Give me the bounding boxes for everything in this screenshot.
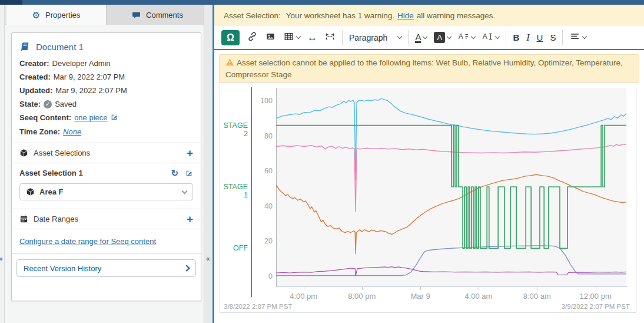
field-value: Saved bbox=[55, 100, 77, 109]
stage-axis bbox=[251, 87, 252, 297]
date-ranges-header: Date Ranges + bbox=[12, 209, 201, 229]
trend-chart[interactable]: STAGE 2STAGE 1OFF1008060402004:00 pm8:00… bbox=[220, 83, 636, 313]
seeq-content-link[interactable]: one piece bbox=[74, 113, 107, 123]
background-color-icon: A bbox=[434, 32, 445, 43]
tab-properties[interactable]: ⚙ Properties bbox=[6, 5, 107, 25]
full-width-button[interactable]: ↔ bbox=[304, 29, 321, 46]
y-axis-tick-label: 100 bbox=[250, 97, 273, 105]
tab-properties-label: Properties bbox=[45, 11, 80, 19]
x-axis-line bbox=[276, 286, 627, 287]
top-app-bar bbox=[0, 0, 644, 5]
banner-prefix: Asset Selection: bbox=[224, 11, 281, 20]
alert-text: Asset selection cannot be applied to the… bbox=[225, 58, 623, 79]
calendar-icon bbox=[19, 215, 28, 223]
trend-plot-svg bbox=[276, 88, 626, 286]
svg-text:A: A bbox=[483, 32, 488, 41]
chevron-down-icon bbox=[495, 34, 500, 39]
background-color-button[interactable]: A bbox=[430, 29, 454, 45]
x-axis-tick-label: 12:00 pm bbox=[572, 292, 619, 301]
warning-banner: Asset Selection: Your worksheet has 1 wa… bbox=[214, 5, 644, 26]
time-zone-link[interactable]: None bbox=[63, 127, 81, 137]
x-axis-tick-label: 4:00 am bbox=[455, 292, 502, 301]
gear-icon: ⚙ bbox=[32, 11, 40, 19]
link-button[interactable] bbox=[243, 29, 261, 46]
toolbar-separator bbox=[506, 30, 506, 45]
collapse-panel-button[interactable]: « bbox=[206, 255, 210, 263]
add-date-range-button[interactable]: + bbox=[187, 215, 193, 223]
document-field-row: Creator:Developer Admin bbox=[12, 57, 201, 70]
seeq-logo-icon: Ω bbox=[221, 30, 240, 45]
configure-date-range-link[interactable]: Configure a date range for Seeq content bbox=[19, 237, 156, 246]
edit-icon[interactable] bbox=[111, 113, 118, 123]
x-axis-tick-label: 4:00 pm bbox=[280, 292, 327, 301]
refresh-icon[interactable]: ↻ bbox=[171, 169, 178, 177]
align-button[interactable] bbox=[566, 29, 590, 46]
editor-toolbar: Ω↔ParagraphAAAABIUS bbox=[214, 26, 644, 50]
table-icon bbox=[283, 31, 294, 44]
font-size-button[interactable]: A bbox=[454, 29, 479, 46]
page-break-icon bbox=[324, 31, 336, 44]
y-axis-tick-label: 60 bbox=[250, 167, 273, 175]
document-field-row: Created:Mar 9, 2022 2:07 PM bbox=[12, 70, 201, 84]
text-height-icon: A bbox=[482, 31, 493, 44]
y-axis-tick-label: 40 bbox=[250, 202, 273, 210]
top-app-bar-segment bbox=[0, 0, 22, 5]
x-axis-tick-mark bbox=[479, 287, 479, 290]
cube-icon bbox=[26, 187, 35, 196]
selected-asset-label: Area F bbox=[39, 187, 63, 196]
field-value: Developer Admin bbox=[52, 59, 111, 68]
panel-collapse-gutter: « bbox=[204, 5, 213, 323]
align-icon bbox=[569, 31, 580, 44]
strikethrough-button[interactable]: S bbox=[546, 30, 559, 45]
paragraph-format-label: Paragraph bbox=[349, 33, 387, 42]
toolbar-separator bbox=[562, 30, 563, 45]
asset-selections-header: Asset Selections + bbox=[12, 143, 201, 163]
italic-icon: I bbox=[526, 32, 529, 43]
paragraph-format-select[interactable]: Paragraph bbox=[346, 31, 405, 45]
table-button[interactable] bbox=[280, 29, 304, 46]
seeq-content-button[interactable]: Ω bbox=[218, 28, 243, 48]
asset-selection-dropdown[interactable]: Area F bbox=[19, 183, 193, 200]
recent-version-history-button[interactable]: Recent Version History bbox=[16, 259, 196, 277]
chevron-down-icon bbox=[397, 34, 402, 39]
expand-left-rail-button[interactable]: » bbox=[0, 255, 3, 263]
stage-axis-label: STAGE 2 bbox=[221, 121, 248, 138]
x-axis-tick-mark bbox=[304, 287, 304, 290]
document-properties-card: Document 1 Creator:Developer AdminCreate… bbox=[11, 32, 201, 301]
field-label: Creator: bbox=[19, 59, 49, 68]
y-axis-tick-label: 0 bbox=[250, 272, 273, 281]
page-break-button[interactable] bbox=[321, 29, 339, 46]
series-purple-signal bbox=[276, 267, 626, 276]
check-circle-icon: ✓ bbox=[44, 100, 52, 108]
strikethrough-icon: S bbox=[550, 32, 556, 42]
edit-icon[interactable] bbox=[185, 169, 193, 177]
svg-text:A: A bbox=[459, 32, 464, 41]
field-label: State: bbox=[19, 100, 41, 109]
banner-message: Your worksheet has 1 warning. bbox=[286, 11, 394, 20]
chevron-down-icon bbox=[447, 34, 452, 39]
y-axis-tick-label: 80 bbox=[250, 132, 273, 140]
horizontal-arrow-icon: ↔ bbox=[307, 32, 317, 44]
italic-button[interactable]: I bbox=[523, 30, 533, 45]
font-color-button[interactable]: A bbox=[411, 30, 430, 45]
document-title-row: Document 1 bbox=[12, 33, 201, 57]
image-button[interactable] bbox=[261, 29, 280, 46]
add-asset-selection-button[interactable]: + bbox=[187, 149, 193, 157]
hide-warnings-link[interactable]: Hide bbox=[397, 11, 414, 20]
tab-comments[interactable]: Comments bbox=[107, 5, 209, 25]
book-icon bbox=[19, 41, 31, 52]
chevron-down-icon bbox=[471, 34, 476, 39]
asset-selection-alert: Asset selection cannot be applied to the… bbox=[219, 54, 639, 83]
field-label: Seeq Content: bbox=[19, 113, 71, 123]
x-axis-tick-label: 8:00 pm bbox=[338, 292, 386, 301]
chevron-down-icon bbox=[296, 34, 301, 39]
asset-selections-title: Asset Selections bbox=[34, 149, 90, 157]
underline-button[interactable]: U bbox=[533, 30, 547, 45]
bold-button[interactable]: B bbox=[509, 30, 523, 45]
field-label: Created: bbox=[19, 72, 51, 82]
field-value: Mar 9, 2022 2:07 PM bbox=[55, 86, 127, 95]
chevron-down-icon bbox=[582, 34, 587, 39]
date-ranges-title: Date Ranges bbox=[34, 215, 78, 223]
text-height-button[interactable]: A bbox=[479, 29, 503, 46]
properties-panel: ⚙ Properties Comments Document 1 Creator… bbox=[5, 5, 213, 323]
